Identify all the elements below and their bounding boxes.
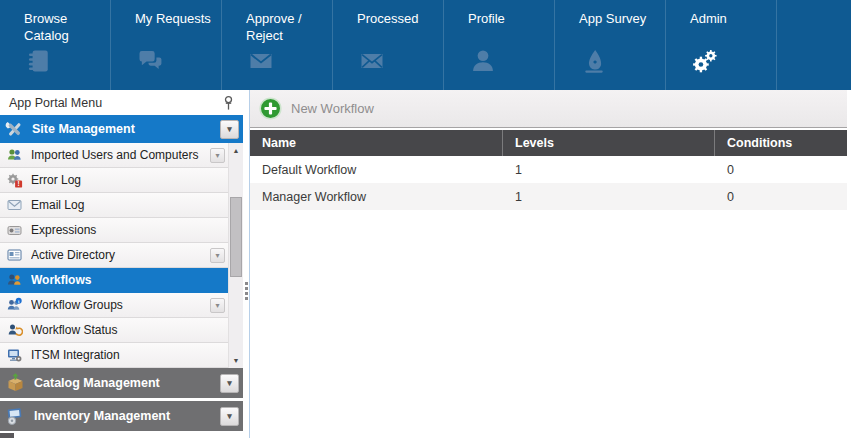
sidebar-item-label: ITSM Integration bbox=[31, 348, 225, 362]
sidebar-items: Imported Users and Computers ▾ ! Error L… bbox=[0, 143, 228, 368]
nav-tab[interactable]: Approve / Reject bbox=[222, 0, 333, 90]
scroll-up-button[interactable]: ▲ bbox=[229, 143, 243, 158]
sidebar-item-label: Workflow Groups bbox=[31, 298, 210, 312]
sidebar-list: Imported Users and Computers ▾ ! Error L… bbox=[0, 143, 243, 368]
top-nav: Browse Catalog My Requests Approve / Rej… bbox=[0, 0, 851, 90]
nav-tab-label: Admin bbox=[690, 10, 772, 46]
table-row[interactable]: Manager Workflow 1 0 bbox=[250, 183, 847, 210]
email-icon bbox=[6, 197, 24, 213]
section-label: Catalog Management bbox=[34, 376, 220, 390]
sidebar-item-label: Error Log bbox=[31, 173, 225, 187]
item-dropdown-button[interactable]: ▾ bbox=[210, 148, 225, 163]
nav-tab-label: Browse Catalog bbox=[24, 10, 106, 46]
cell-name: Default Workflow bbox=[250, 163, 503, 177]
scroll-down-button[interactable]: ▼ bbox=[229, 353, 243, 368]
nav-tab[interactable]: App Survey bbox=[555, 0, 666, 90]
notebook-icon bbox=[24, 47, 106, 79]
inventory-icon bbox=[5, 406, 26, 426]
item-dropdown-button[interactable]: ▾ bbox=[210, 298, 225, 313]
sidebar-item[interactable]: ITSM Integration ▾ bbox=[0, 343, 228, 368]
table-row[interactable]: Default Workflow 1 0 bbox=[250, 156, 847, 183]
workflows-icon bbox=[6, 272, 24, 288]
section-label: Inventory Management bbox=[34, 409, 220, 423]
nav-tab[interactable]: Profile bbox=[444, 0, 555, 90]
section-dropdown-button[interactable]: ▾ bbox=[220, 120, 239, 139]
toolbar: New Workflow bbox=[250, 90, 847, 128]
envelope-closed-icon bbox=[246, 47, 328, 79]
new-workflow-label: New Workflow bbox=[291, 101, 374, 116]
cell-conditions: 0 bbox=[715, 163, 847, 177]
expressions-icon bbox=[6, 222, 24, 238]
site-management-icon bbox=[5, 120, 24, 139]
sidebar-scrollbar[interactable]: ▲ ▼ bbox=[228, 143, 243, 368]
error-log-icon: ! bbox=[6, 172, 24, 188]
nav-tab[interactable]: Admin bbox=[666, 0, 777, 90]
scrollbar-thumb[interactable] bbox=[230, 197, 242, 277]
sidebar-section[interactable]: Inventory Management ▾ bbox=[0, 401, 243, 431]
collapsed-sections: Catalog Management ▾ Inventory Managemen… bbox=[0, 368, 243, 431]
column-header[interactable]: Levels bbox=[503, 130, 715, 156]
sidebar-item[interactable]: Imported Users and Computers ▾ bbox=[0, 143, 228, 168]
users-computers-icon bbox=[6, 147, 24, 163]
nav-tab[interactable]: My Requests bbox=[111, 0, 222, 90]
nav-tab-label: My Requests bbox=[135, 10, 217, 46]
partial-next-section bbox=[0, 433, 14, 438]
sidebar-item-label: Workflow Status bbox=[31, 323, 225, 337]
gears-icon bbox=[690, 47, 772, 79]
sidebar-item[interactable]: Workflow Status ▾ bbox=[0, 318, 228, 343]
envelope-icon bbox=[357, 47, 439, 79]
sidebar-item-label: Imported Users and Computers bbox=[31, 148, 210, 162]
sidebar-item[interactable]: Expressions ▾ bbox=[0, 218, 228, 243]
nav-tab-label: App Survey bbox=[579, 10, 661, 46]
app-portal-window: Browse Catalog My Requests Approve / Rej… bbox=[0, 0, 851, 438]
sidebar-item[interactable]: Email Log ▾ bbox=[0, 193, 228, 218]
cell-conditions: 0 bbox=[715, 190, 847, 204]
cell-name: Manager Workflow bbox=[250, 190, 503, 204]
nav-tab-label: Profile bbox=[468, 10, 550, 46]
person-icon bbox=[468, 47, 550, 79]
new-workflow-button[interactable]: New Workflow bbox=[259, 97, 374, 120]
sidebar-item-label: Expressions bbox=[31, 223, 225, 237]
sidebar-item-label: Email Log bbox=[31, 198, 225, 212]
sidebar-item[interactable]: ! Error Log ▾ bbox=[0, 168, 228, 193]
table-header: NameLevelsConditions bbox=[250, 130, 847, 156]
itsm-icon bbox=[6, 347, 24, 363]
item-dropdown-button[interactable]: ▾ bbox=[210, 248, 225, 263]
cell-levels: 1 bbox=[503, 190, 715, 204]
table-body: Default Workflow 1 0 Manager Workflow 1 … bbox=[250, 156, 847, 210]
workflows-table: NameLevelsConditions Default Workflow 1 … bbox=[250, 130, 847, 210]
section-label: Site Management bbox=[32, 122, 220, 136]
pen-icon bbox=[579, 47, 661, 79]
section-dropdown-button[interactable]: ▾ bbox=[220, 407, 239, 426]
cell-levels: 1 bbox=[503, 163, 715, 177]
workflow-groups-icon: i bbox=[6, 297, 24, 313]
main-content: New Workflow NameLevelsConditions Defaul… bbox=[250, 90, 847, 438]
splitter-grip-icon bbox=[245, 282, 248, 302]
sidebar: App Portal Menu Site Management ▾ Import… bbox=[0, 90, 243, 438]
active-directory-icon bbox=[6, 247, 24, 263]
nav-tab[interactable]: Processed bbox=[333, 0, 444, 90]
sidebar-item[interactable]: Workflows ▾ bbox=[0, 268, 228, 293]
section-dropdown-button[interactable]: ▾ bbox=[220, 374, 239, 393]
sidebar-section-site-management[interactable]: Site Management ▾ bbox=[0, 115, 243, 143]
sidebar-title-bar: App Portal Menu bbox=[0, 90, 243, 115]
sidebar-title: App Portal Menu bbox=[9, 96, 102, 110]
nav-tab-label: Approve / Reject bbox=[246, 10, 328, 46]
splitter[interactable] bbox=[243, 90, 250, 438]
svg-text:!: ! bbox=[18, 180, 20, 187]
sidebar-item[interactable]: Active Directory ▾ bbox=[0, 243, 228, 268]
column-header[interactable]: Conditions bbox=[715, 130, 847, 156]
pin-icon[interactable] bbox=[222, 95, 235, 111]
nav-tab[interactable]: Browse Catalog bbox=[0, 0, 111, 90]
chat-icon bbox=[135, 47, 217, 79]
nav-tab-label: Processed bbox=[357, 10, 439, 46]
sidebar-item-label: Active Directory bbox=[31, 248, 210, 262]
catalog-icon bbox=[5, 373, 26, 393]
plus-icon bbox=[259, 97, 282, 120]
workflow-status-icon bbox=[6, 322, 24, 338]
column-header[interactable]: Name bbox=[250, 130, 503, 156]
sidebar-item[interactable]: i Workflow Groups ▾ bbox=[0, 293, 228, 318]
sidebar-section[interactable]: Catalog Management ▾ bbox=[0, 368, 243, 398]
sidebar-item-label: Workflows bbox=[31, 273, 225, 287]
